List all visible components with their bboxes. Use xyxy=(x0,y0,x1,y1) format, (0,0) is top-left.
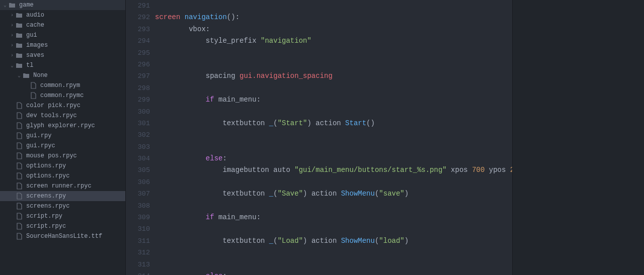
line-number: 311 xyxy=(126,235,150,247)
tree-item-label: SourceHanSansLite.ttf xyxy=(26,233,102,240)
code-token: navigation xyxy=(185,13,227,21)
code-line[interactable] xyxy=(155,47,512,59)
code-token: "save" xyxy=(379,190,404,198)
tree-item-label: images xyxy=(26,42,48,49)
file-screens-rpyc[interactable]: screens.rpyc xyxy=(0,201,125,211)
code-token: ShowMenu xyxy=(341,237,375,245)
file-script-rpy[interactable]: script.rpy xyxy=(0,211,125,221)
code-token: ( xyxy=(273,237,277,245)
file-script-rpyc[interactable]: script.rpyc xyxy=(0,221,125,231)
file-common-rpym[interactable]: common.rpym xyxy=(0,80,125,90)
code-token: textbutton xyxy=(155,237,269,245)
code-line[interactable]: else: xyxy=(155,153,512,164)
code-line[interactable]: vbox: xyxy=(155,24,512,35)
line-number: 305 xyxy=(126,164,150,176)
chevron-right-icon[interactable]: › xyxy=(9,23,15,28)
chevron-down-icon[interactable]: ⌄ xyxy=(9,62,15,68)
code-line[interactable] xyxy=(155,106,512,118)
folder-none[interactable]: ⌄None xyxy=(0,70,125,80)
folder-gui[interactable]: ›gui xyxy=(0,30,125,40)
line-number: 310 xyxy=(126,223,150,235)
code-line[interactable] xyxy=(155,200,512,212)
code-line[interactable] xyxy=(155,59,512,70)
code-line[interactable] xyxy=(155,223,512,235)
folder-cache[interactable]: ›cache xyxy=(0,20,125,30)
code-token: ypos xyxy=(485,166,510,174)
line-number: 302 xyxy=(126,129,150,141)
file-icon xyxy=(15,122,23,129)
code-line[interactable] xyxy=(155,129,512,141)
file-gui-rpy[interactable]: gui.rpy xyxy=(0,131,125,141)
code-line[interactable] xyxy=(155,82,512,94)
folder-audio[interactable]: ›audio xyxy=(0,10,125,20)
code-token xyxy=(155,154,206,162)
code-token xyxy=(155,213,206,221)
code-line[interactable] xyxy=(155,259,512,270)
file-icon xyxy=(29,92,37,99)
tree-item-label: common.rpymc xyxy=(40,92,84,99)
code-line[interactable]: imagebutton auto "gui/main_menu/buttons/… xyxy=(155,164,512,176)
code-token: 700 xyxy=(472,166,485,174)
file-options-rpy[interactable]: options.rpy xyxy=(0,161,125,171)
folder-icon xyxy=(15,52,23,59)
file-icon xyxy=(15,172,23,179)
code-line[interactable]: style_prefix "navigation" xyxy=(155,35,512,47)
code-editor[interactable]: 2912922932942952962972982993003013023033… xyxy=(126,0,512,275)
code-line[interactable]: screen navigation(): xyxy=(155,12,512,23)
code-token: screen xyxy=(155,13,185,21)
code-token xyxy=(155,272,206,275)
code-token: else xyxy=(206,154,223,162)
file-dev-tools-rpyc[interactable]: dev tools.rpyc xyxy=(0,111,125,121)
tree-item-label: options.rpyc xyxy=(26,172,69,179)
code-line[interactable]: if main_menu: xyxy=(155,94,512,106)
code-line[interactable] xyxy=(155,141,512,153)
chevron-down-icon[interactable]: ⌄ xyxy=(2,2,8,8)
chevron-right-icon[interactable]: › xyxy=(9,33,15,38)
file-common-rpymc[interactable]: common.rpymc xyxy=(0,90,125,101)
file-gui-rpyc[interactable]: gui.rpyc xyxy=(0,141,125,151)
tree-item-label: screens.rpy xyxy=(26,193,66,200)
code-line[interactable]: textbutton _("Start") action Start() xyxy=(155,118,512,129)
folder-game[interactable]: ⌄game xyxy=(0,0,125,10)
code-line[interactable] xyxy=(155,176,512,188)
code-token: "Start" xyxy=(278,119,307,127)
code-token: (): xyxy=(227,13,239,21)
chevron-down-icon[interactable]: ⌄ xyxy=(16,72,22,78)
tree-item-label: script.rpy xyxy=(26,213,62,220)
file-screen-runner-rpyc[interactable]: screen runner.rpyc xyxy=(0,181,125,191)
file-options-rpyc[interactable]: options.rpyc xyxy=(0,171,125,181)
folder-tl[interactable]: ⌄tl xyxy=(0,60,125,70)
line-number: 294 xyxy=(126,35,150,47)
code-token: gui.navigation_spacing xyxy=(239,72,333,80)
code-content[interactable]: screen navigation(): vbox: style_prefix … xyxy=(155,0,512,275)
code-token: Start xyxy=(345,119,366,127)
code-line[interactable]: spacing gui.navigation_spacing xyxy=(155,70,512,82)
line-number: 304 xyxy=(126,153,150,164)
file-screens-rpy[interactable]: screens.rpy xyxy=(0,191,125,201)
code-line[interactable] xyxy=(155,247,512,258)
folder-icon xyxy=(8,2,16,9)
code-token: imagebutton auto xyxy=(155,166,294,174)
folder-saves[interactable]: ›saves xyxy=(0,50,125,60)
code-line[interactable]: else: xyxy=(155,270,512,275)
code-line[interactable] xyxy=(155,0,512,12)
line-number: 313 xyxy=(126,259,150,270)
file-color-pick-rpyc[interactable]: color pick.rpyc xyxy=(0,101,125,111)
tree-item-label: glyph explorer.rpyc xyxy=(26,122,95,129)
file-icon xyxy=(15,193,23,200)
file-mouse-pos-rpyc[interactable]: mouse pos.rpyc xyxy=(0,151,125,161)
chevron-right-icon[interactable]: › xyxy=(9,43,15,48)
file-sourcehansanslite-ttf[interactable]: SourceHanSansLite.ttf xyxy=(0,231,125,241)
code-line[interactable]: textbutton _("Load") action ShowMenu("lo… xyxy=(155,235,512,247)
chevron-right-icon[interactable]: › xyxy=(9,53,15,58)
file-explorer-sidebar[interactable]: ⌄game›audio›cache›gui›images›saves⌄tl⌄No… xyxy=(0,0,126,275)
code-line[interactable]: textbutton _("Save") action ShowMenu("sa… xyxy=(155,188,512,200)
folder-icon xyxy=(15,32,23,39)
tree-item-label: color pick.rpyc xyxy=(26,102,80,109)
file-glyph-explorer-rpyc[interactable]: glyph explorer.rpyc xyxy=(0,121,125,131)
code-token: _ xyxy=(269,237,273,245)
folder-images[interactable]: ›images xyxy=(0,40,125,50)
tree-item-label: game xyxy=(19,2,34,9)
chevron-right-icon[interactable]: › xyxy=(9,13,15,18)
code-line[interactable]: if main_menu: xyxy=(155,212,512,223)
